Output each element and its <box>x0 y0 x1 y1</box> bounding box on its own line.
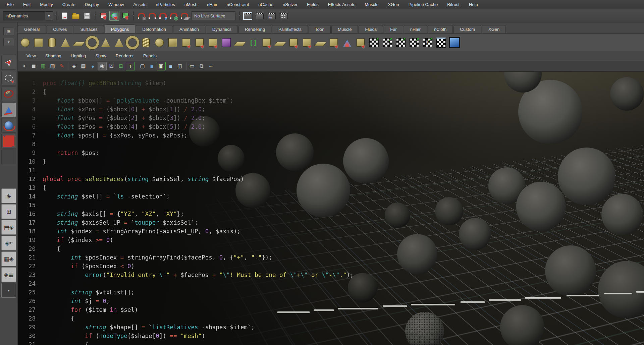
select-hierarchy-icon[interactable] <box>99 11 108 20</box>
new-scene-icon[interactable] <box>60 11 69 20</box>
extrude-icon[interactable] <box>260 36 273 49</box>
wireframe-on-shaded-icon[interactable]: ▢ <box>138 62 147 70</box>
shelf-tab-polygons[interactable]: Polygons <box>105 24 135 33</box>
open-scene-icon[interactable] <box>71 11 80 20</box>
poly-torus-icon[interactable] <box>86 36 99 49</box>
menu-help[interactable]: Help <box>464 0 483 9</box>
smooth-shade-icon[interactable]: ● <box>88 62 97 70</box>
menu-nsolver[interactable]: nSolver <box>278 0 302 9</box>
poly-pyramid-icon[interactable] <box>112 36 126 49</box>
shelf-tab-ncloth[interactable]: nCloth <box>428 25 453 33</box>
wireframe-mode-icon[interactable]: ◈ <box>69 62 78 70</box>
uv-planar-mapping-icon[interactable] <box>367 36 381 49</box>
material-override-icon[interactable]: ⊞ <box>116 62 125 70</box>
menu-edit[interactable]: Edit <box>18 0 35 9</box>
ghost-cube-icon[interactable]: ◫ <box>175 62 184 70</box>
menu-file[interactable]: File <box>2 0 18 9</box>
shelf-tab-deformation[interactable]: Deformation <box>136 25 172 33</box>
layout-single-persp-button[interactable]: ◈ <box>1 188 16 203</box>
target-weld-icon[interactable] <box>300 36 314 49</box>
combine-icon[interactable] <box>179 36 193 49</box>
menu-bifrost[interactable]: Bifrost <box>442 0 464 9</box>
insert-edge-loop-icon[interactable] <box>247 36 260 49</box>
select-object-icon[interactable] <box>109 11 119 21</box>
shelf-tab-rendering[interactable]: Rendering <box>238 25 271 33</box>
snap-to-grid-icon[interactable] <box>137 11 146 20</box>
panel-menu-view[interactable]: View <box>22 53 41 58</box>
sculpt-tool-icon[interactable] <box>340 36 354 49</box>
menu-nmesh[interactable]: nMesh <box>180 0 202 9</box>
lasso-tool-icon[interactable] <box>1 71 16 85</box>
layout-persp-outliner-button[interactable]: ▤◈ <box>1 220 16 235</box>
shelf-tab-nhair[interactable]: nHair <box>404 25 427 33</box>
toolbar-separator[interactable] <box>238 11 241 21</box>
poly-plane-icon[interactable] <box>72 36 86 49</box>
snap-to-curve-icon[interactable]: ~ <box>148 11 157 20</box>
snap-to-point-icon[interactable] <box>158 11 168 20</box>
poly-cone-icon[interactable] <box>59 36 72 49</box>
lighting-mode-icon[interactable]: ▦ <box>79 62 88 70</box>
uv-texture-icon[interactable] <box>421 36 434 49</box>
shelf-tab-fluids[interactable]: Fluids <box>359 25 383 33</box>
shelf-tab-general[interactable]: General <box>18 25 46 33</box>
menu-xgen[interactable]: XGen <box>383 0 404 9</box>
flat-shade-icon[interactable]: ◉ <box>98 62 107 70</box>
textured-mode-icon[interactable]: T <box>126 62 135 70</box>
smooth-icon[interactable] <box>233 36 247 49</box>
ipr-render-icon[interactable] <box>267 11 276 20</box>
uv-cylindrical-mapping-icon[interactable] <box>381 36 394 49</box>
panel-menu-renderer[interactable]: Renderer <box>111 53 139 58</box>
shelf-tab-dynamics[interactable]: Dynamics <box>206 25 238 33</box>
shelf-tab-animation[interactable]: Animation <box>173 25 205 33</box>
select-component-icon[interactable] <box>121 11 130 20</box>
gate-mask-icon[interactable]: ⧉ <box>197 62 206 70</box>
uv-automatic-mapping-icon[interactable] <box>408 36 421 49</box>
bookmark-icon[interactable]: ▥ <box>39 62 48 70</box>
panel-menu-shading[interactable]: Shading <box>41 53 66 58</box>
menu-modify[interactable]: Modify <box>35 0 57 9</box>
menu-create[interactable]: Create <box>58 0 80 9</box>
viewport[interactable]: 1proc float[] getBBPos(string $item)2{3 … <box>18 72 644 345</box>
toolbar-separator[interactable] <box>132 11 135 21</box>
bridge-icon[interactable] <box>273 36 287 49</box>
menu-ncache[interactable]: nCache <box>254 0 278 9</box>
snap-to-projected-center-icon[interactable] <box>169 11 178 20</box>
toolbar-separator[interactable] <box>94 11 97 21</box>
shelf-tab-toggle-icon[interactable]: ▣ <box>3 27 14 35</box>
menu-nparticles[interactable]: nParticles <box>151 0 180 9</box>
shaded-cube-icon[interactable]: ■ <box>147 62 156 70</box>
crease-set-icon[interactable] <box>448 36 461 49</box>
menu-window[interactable]: Window <box>104 0 128 9</box>
poly-cube-icon[interactable] <box>32 36 45 49</box>
xray-cube-icon[interactable]: ■ <box>166 62 175 70</box>
uv-spherical-mapping-icon[interactable] <box>394 36 408 49</box>
bounding-box-icon[interactable]: ☒ <box>107 62 116 70</box>
isolate-select-icon[interactable]: ▣ <box>157 62 166 70</box>
menu-pipeline-cache[interactable]: Pipeline Cache <box>404 0 442 9</box>
save-scene-icon[interactable] <box>83 11 92 20</box>
separate-icon[interactable] <box>193 36 206 49</box>
shelf-tab-fur[interactable]: Fur <box>384 25 403 33</box>
move-tool-icon[interactable] <box>1 102 16 117</box>
poly-sphere-icon[interactable] <box>18 36 32 49</box>
quad-draw-icon[interactable] <box>354 36 367 49</box>
poly-platonic-icon[interactable] <box>166 36 179 49</box>
shelf-tab-painteffects[interactable]: PaintEffects <box>272 25 308 33</box>
last-tool-slot[interactable] <box>1 150 16 164</box>
render-settings-icon[interactable] <box>279 11 288 20</box>
poly-helix-icon[interactable] <box>139 36 153 49</box>
layout-four-view-button[interactable]: ⊞ <box>1 204 16 219</box>
open-render-view-icon[interactable] <box>243 11 252 20</box>
booleans-icon[interactable] <box>220 36 233 49</box>
live-surface-field[interactable]: No Live Surface <box>191 11 235 20</box>
rotate-tool-icon[interactable] <box>1 118 16 133</box>
uv-editor-icon[interactable] <box>434 36 448 49</box>
layout-persp-multi-button[interactable]: ◈▤ <box>1 267 16 282</box>
shelf-tab-toon[interactable]: Toon <box>309 25 331 33</box>
render-current-frame-icon[interactable] <box>255 11 264 20</box>
poly-pipe-icon[interactable] <box>126 36 139 49</box>
camera-attributes-icon[interactable]: ≣ <box>29 62 38 70</box>
resolution-gate-icon[interactable]: ▭ <box>187 62 197 70</box>
shelf-tab-custom[interactable]: Custom <box>453 25 481 33</box>
shelf-menu-icon[interactable]: ▾ <box>3 38 14 46</box>
